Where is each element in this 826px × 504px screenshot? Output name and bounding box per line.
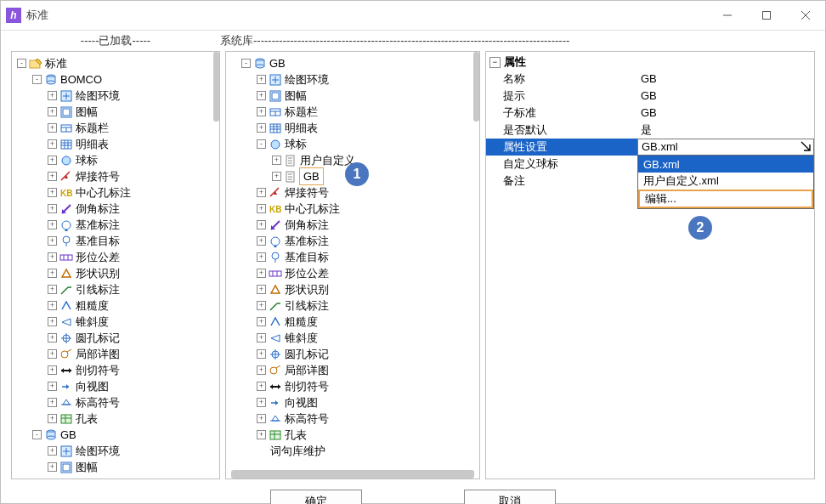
tree-node[interactable]: -标准 xyxy=(15,55,219,71)
collapse-icon[interactable]: - xyxy=(241,59,251,68)
property-section-header[interactable]: −属性 xyxy=(486,54,814,71)
expand-icon[interactable]: + xyxy=(257,333,266,343)
tree-node[interactable]: +球标 xyxy=(15,152,219,168)
expand-icon[interactable]: + xyxy=(48,365,57,375)
expand-icon[interactable]: + xyxy=(48,156,57,165)
ok-button[interactable]: 确定 xyxy=(270,490,362,504)
expand-icon[interactable]: + xyxy=(48,446,57,456)
expand-icon[interactable]: + xyxy=(257,252,266,262)
property-value[interactable]: GB xyxy=(637,71,814,88)
tree-node[interactable]: +局部详图 xyxy=(229,362,479,378)
close-button[interactable] xyxy=(786,1,825,30)
expand-icon[interactable]: + xyxy=(48,204,57,213)
expand-icon[interactable]: + xyxy=(48,382,57,391)
scrollbar-horizontal[interactable] xyxy=(231,470,474,479)
expand-icon[interactable]: + xyxy=(257,236,266,246)
expand-icon[interactable]: + xyxy=(257,220,266,229)
expand-icon[interactable]: + xyxy=(48,398,57,407)
expand-icon[interactable]: + xyxy=(257,398,266,407)
tree-node[interactable]: +基准标注 xyxy=(229,233,479,249)
expand-icon[interactable]: + xyxy=(48,269,57,278)
tree-node[interactable]: +孔表 xyxy=(229,427,479,443)
scrollbar-vertical[interactable] xyxy=(213,52,219,122)
expand-icon[interactable]: + xyxy=(48,285,57,294)
tree-node[interactable]: +焊接符号 xyxy=(229,184,479,201)
attr-setting-dropdown[interactable]: GB.xml用户自定义.xml编辑... xyxy=(637,155,814,209)
syslib-tree[interactable]: -GB+绘图环境+图幅+标题栏+明细表-球标+用户自定义+GB+焊接符号+KB中… xyxy=(226,52,479,473)
property-value[interactable]: GB xyxy=(637,88,814,105)
expand-icon[interactable]: + xyxy=(48,349,57,359)
tree-node[interactable]: +KB中心孔标注 xyxy=(15,184,219,201)
expand-icon[interactable]: + xyxy=(257,285,266,294)
tree-node[interactable]: +倒角标注 xyxy=(15,201,219,217)
property-value[interactable]: GB xyxy=(637,105,814,122)
expand-icon[interactable]: + xyxy=(257,269,266,278)
expand-icon[interactable]: + xyxy=(257,75,266,84)
property-value[interactable]: 是 xyxy=(637,122,814,139)
expand-icon[interactable]: + xyxy=(257,204,266,213)
tree-node[interactable]: +图幅 xyxy=(15,459,219,475)
property-row[interactable]: 是否默认是 xyxy=(486,122,814,139)
tree-node[interactable]: +粗糙度 xyxy=(229,314,479,330)
property-value[interactable]: GB.xml xyxy=(637,139,814,156)
expand-icon[interactable]: + xyxy=(257,107,266,116)
expand-icon[interactable]: + xyxy=(257,382,266,391)
tree-node[interactable]: +局部详图 xyxy=(15,346,219,362)
expand-icon[interactable]: + xyxy=(257,301,266,310)
loaded-tree[interactable]: -标准-BOMCO+绘图环境+图幅+标题栏+明细表+球标+焊接符号+KB中心孔标… xyxy=(12,52,219,479)
collapse-icon[interactable]: − xyxy=(489,57,501,68)
tree-node[interactable]: -GB xyxy=(229,55,479,71)
expand-icon[interactable]: + xyxy=(48,462,57,472)
tree-node[interactable]: +基准目标 xyxy=(229,249,479,265)
expand-icon[interactable]: + xyxy=(257,349,266,359)
tree-node[interactable]: 词句库维护 xyxy=(229,443,479,459)
cancel-button[interactable]: 取消 xyxy=(464,490,556,504)
tree-node[interactable]: +图幅 xyxy=(15,104,219,120)
dropdown-option[interactable]: 用户自定义.xml xyxy=(638,173,813,190)
tree-node[interactable]: +倒角标注 xyxy=(229,217,479,233)
tree-node[interactable]: +绘图环境 xyxy=(15,443,219,459)
expand-icon[interactable]: + xyxy=(257,188,266,197)
expand-icon[interactable]: + xyxy=(48,188,57,197)
tree-node[interactable]: +引线标注 xyxy=(15,281,219,297)
tree-node[interactable]: +形状识别 xyxy=(15,265,219,281)
expand-icon[interactable]: + xyxy=(257,91,266,100)
tree-node[interactable]: +形状识别 xyxy=(229,281,479,297)
tree-node[interactable]: +绘图环境 xyxy=(229,71,479,88)
tree-node[interactable]: +标题栏 xyxy=(15,120,219,136)
expand-icon[interactable]: + xyxy=(48,91,57,100)
expand-icon[interactable]: + xyxy=(48,220,57,229)
expand-icon[interactable]: + xyxy=(48,172,57,181)
maximize-button[interactable] xyxy=(747,1,786,30)
expand-icon[interactable]: + xyxy=(48,317,57,326)
expand-icon[interactable]: + xyxy=(48,123,57,133)
expand-icon[interactable]: + xyxy=(48,107,57,116)
collapse-icon[interactable]: - xyxy=(17,59,26,68)
expand-icon[interactable]: + xyxy=(257,365,266,375)
tree-node[interactable]: +引线标注 xyxy=(229,297,479,314)
tree-node[interactable]: -GB xyxy=(15,427,219,443)
tree-node[interactable]: +焊接符号 xyxy=(15,168,219,184)
tree-node[interactable]: +形位公差 xyxy=(15,249,219,265)
tree-node[interactable]: +圆孔标记 xyxy=(229,346,479,362)
tree-node[interactable]: +明细表 xyxy=(229,120,479,136)
expand-icon[interactable]: + xyxy=(272,156,281,165)
expand-icon[interactable]: + xyxy=(257,414,266,423)
tree-node[interactable]: +KB中心孔标注 xyxy=(229,201,479,217)
tree-node[interactable]: +基准标注 xyxy=(15,217,219,233)
tree-node[interactable]: +粗糙度 xyxy=(15,297,219,314)
expand-icon[interactable]: + xyxy=(48,252,57,262)
expand-icon[interactable]: + xyxy=(48,333,57,343)
expand-icon[interactable]: + xyxy=(48,301,57,310)
expand-icon[interactable]: + xyxy=(257,123,266,133)
tree-node[interactable]: +图幅 xyxy=(229,88,479,104)
tree-node[interactable]: +圆孔标记 xyxy=(15,330,219,346)
tree-node[interactable]: +形位公差 xyxy=(229,265,479,281)
scrollbar-vertical[interactable] xyxy=(473,52,479,122)
tree-node[interactable]: +向视图 xyxy=(15,378,219,394)
tree-node[interactable]: +明细表 xyxy=(15,136,219,152)
tree-node[interactable]: +向视图 xyxy=(229,394,479,411)
dropdown-option[interactable]: GB.xml xyxy=(638,156,813,173)
tree-node[interactable]: +标题栏 xyxy=(229,104,479,120)
tree-node[interactable]: -BOMCO xyxy=(15,71,219,88)
